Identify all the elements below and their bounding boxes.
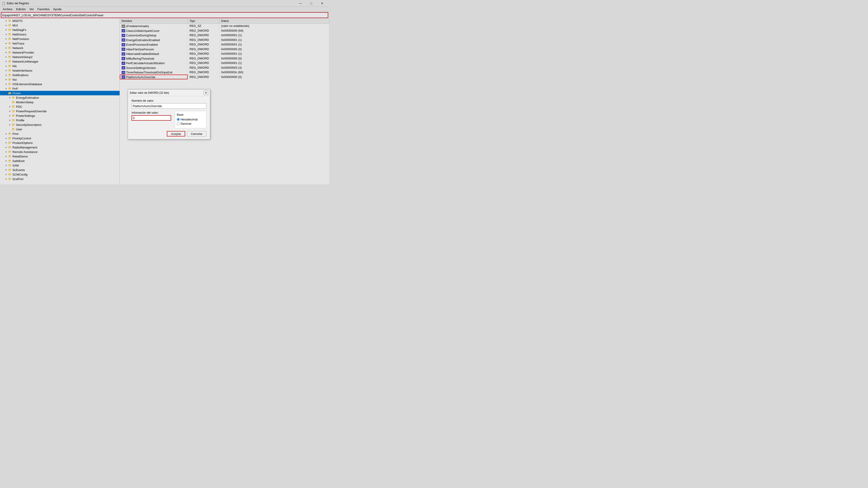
tree-item-power[interactable]: ▼ 📂 Power (0, 91, 120, 95)
ab-icon: ab (122, 25, 125, 28)
tree-item-nls[interactable]: ► 📁 Nls (0, 64, 120, 68)
table-row[interactable]: ab EventProcessorEnabledREG_DWORD0x00000… (120, 42, 329, 47)
tree-label: SAM (12, 164, 19, 167)
table-row[interactable]: ab HiberFileSizePercentREG_DWORD0x000000… (120, 47, 329, 52)
window-title: Editor del Registro (7, 2, 295, 5)
tree-item-pnp[interactable]: ► 📁 PnP (0, 86, 120, 91)
expand-icon: ► (4, 132, 8, 135)
tree-item-scevents[interactable]: ► 📁 ScEvents (0, 168, 120, 172)
folder-icon: 📂 (8, 92, 12, 95)
expand-icon: ► (8, 114, 12, 118)
tree-item-profile[interactable]: ► 📁 Profile (0, 118, 120, 123)
tree-item-osextdb[interactable]: ► 📁 OSExtensionDatabase (0, 82, 120, 86)
table-row[interactable]: ab PlatformAoAcOverrideREG_DWORD0x000000… (120, 74, 329, 79)
table-row[interactable]: ab EnergyEstimationEnabledREG_DWORD0x000… (120, 37, 329, 42)
radio-dec-input[interactable] (177, 122, 180, 125)
tree-label: EnergyEstimation (16, 96, 39, 99)
folder-icon: 📁 (12, 109, 16, 113)
tree-item-nsi[interactable]: ► 📁 Nsi (0, 77, 120, 82)
tree-label: NetProvision (12, 37, 29, 41)
tree-item-scsiport[interactable]: ► 📁 ScsiPort (0, 177, 120, 181)
reg-name: HibernateEnabledDefault (126, 52, 159, 56)
tree-item-network[interactable]: ► 📁 Network (0, 46, 120, 50)
close-button[interactable]: ✕ (317, 0, 327, 7)
menu-edicion[interactable]: Edición (14, 7, 28, 11)
tree-item-sam[interactable]: ► 📁 SAM (0, 163, 120, 168)
tree-item-networkuxmanager[interactable]: ► 📁 NetworkUxManager (0, 59, 120, 64)
minimize-button[interactable]: — (295, 0, 306, 7)
cancel-button[interactable]: Cancelar (187, 131, 206, 136)
value-data-input[interactable] (131, 115, 171, 121)
expand-icon: ► (4, 24, 8, 27)
tree-item-networkprovider[interactable]: ► 📁 NetworkProvider (0, 50, 120, 55)
reg-name: Class1InitialUnparkCount (126, 29, 159, 33)
value-name-input[interactable] (131, 103, 206, 109)
dword-icon: ab (122, 71, 125, 74)
tree-label: PriorityControl (12, 137, 31, 140)
reg-icon-container: ab EnergyEstimationEnabled (122, 38, 160, 42)
menu-archivo[interactable]: Archivo (1, 7, 14, 11)
tree-item-netdrivers[interactable]: ► 📁 NetDrivers (0, 32, 120, 37)
tree-label: ModernSleep (16, 101, 33, 104)
expand-icon: ► (4, 155, 8, 158)
tree-panel[interactable]: ► 📁 MSDTC ► 📁 MUI ► 📁 NetDiagFx ► 📁 NetD… (0, 19, 120, 184)
tree-label: PDC (16, 105, 22, 108)
menu-ver[interactable]: Ver (28, 7, 36, 11)
table-row[interactable]: ab SourceSettingsVersionREG_DWORD0x00000… (120, 65, 329, 70)
tree-item-modernsleep[interactable]: 📁 ModernSleep (0, 100, 120, 104)
reg-name-cell: ab CustomizeDuringSetup (120, 33, 188, 38)
tree-item-powerrequestoverride[interactable]: ► 📁 PowerRequestOverride (0, 109, 120, 113)
table-row[interactable]: ab HibernateEnabledDefaultREG_DWORD0x000… (120, 52, 329, 56)
folder-icon: 📁 (8, 46, 12, 50)
value-name-label: Nombre de valor: (131, 99, 206, 102)
tree-item-netdiagfx[interactable]: ► 📁 NetDiagFx (0, 28, 120, 32)
folder-icon: 📁 (8, 51, 12, 54)
table-row[interactable]: ab TimerRebaseThresholdOnDripsExitREG_DW… (120, 70, 329, 75)
radio-hex-input[interactable] (177, 118, 180, 121)
tree-item-radiomanagement[interactable]: ► 📁 RadioManagement (0, 145, 120, 150)
radio-decimal[interactable]: Decimal (177, 122, 204, 125)
reg-name-cell: ab EventProcessorEnabled (120, 42, 188, 47)
tree-item-remoteassistance[interactable]: ► 📁 Remote Assistance (0, 150, 120, 154)
tree-item-powersettings[interactable]: ► 📁 PowerSettings (0, 113, 120, 118)
menu-ayuda[interactable]: Ayuda (51, 7, 63, 11)
tree-item-energyestimation[interactable]: ► 📁 EnergyEstimation (0, 95, 120, 100)
reg-icon-container: ab MfBufferingThreshold (122, 57, 154, 60)
tree-item-productoptions[interactable]: ► 📁 ProductOptions (0, 140, 120, 145)
tree-item-notifications[interactable]: ► 📁 Notifications (0, 73, 120, 77)
tree-item-nettrace[interactable]: ► 📁 NetTrace (0, 41, 120, 46)
address-bar[interactable]: Equipo\HKEY_LOCAL_MACHINE\SYSTEM\Current… (1, 12, 328, 18)
expand-icon: ► (4, 82, 8, 86)
tree-item-netprovision[interactable]: ► 📁 NetProvision (0, 37, 120, 41)
ok-button[interactable]: Aceptar (167, 131, 185, 136)
tree-item-securitydescriptors[interactable]: ► 📁 SecurityDescriptors (0, 123, 120, 127)
tree-item-scmconfig[interactable]: ► 📁 SCMConfig (0, 172, 120, 177)
tree-item-pdc[interactable]: ► 📁 PDC (0, 104, 120, 109)
tree-label: Notifications (12, 73, 29, 77)
tree-label: NetTrace (12, 42, 24, 45)
table-row[interactable]: ab MfBufferingThresholdREG_DWORD0x000000… (120, 56, 329, 61)
tree-item-print[interactable]: ► 📁 Print (0, 131, 120, 136)
tree-item-nodeinterfaces[interactable]: ► 📁 NodeInterfaces (0, 68, 120, 73)
table-row[interactable]: ab CustomizeDuringSetupREG_DWORD0x000000… (120, 33, 329, 38)
expand-icon: ► (4, 64, 8, 68)
menu-favoritos[interactable]: Favoritos (36, 7, 51, 11)
tree-item-retaildemo[interactable]: ► 📁 RetailDemo (0, 154, 120, 159)
table-row[interactable]: ab Class1InitialUnparkCountREG_DWORD0x00… (120, 28, 329, 33)
tree-label: PowerSettings (16, 114, 35, 118)
dialog-close-button[interactable]: ✕ (204, 91, 208, 95)
tree-item-mui[interactable]: ► 📁 MUI (0, 23, 120, 28)
tree-item-prioritycontrol[interactable]: ► 📁 PriorityControl (0, 136, 120, 140)
tree-item-msdtc[interactable]: ► 📁 MSDTC (0, 19, 120, 23)
radio-hexadecimal[interactable]: Hexadecimal (177, 118, 204, 121)
tree-item-networksetup2[interactable]: ► 📁 NetworkSetup2 (0, 55, 120, 59)
table-row[interactable]: ab (Predeterminado)REG_SZ(valor no estab… (120, 24, 329, 28)
tree-item-safeboot[interactable]: ► 📁 SafeBoot (0, 159, 120, 163)
table-row[interactable]: ab PerfCalculateActualUtilizationREG_DWO… (120, 61, 329, 66)
expand-icon: ► (4, 150, 8, 154)
tree-item-user[interactable]: 📁 User (0, 127, 120, 131)
reg-icon-container: ab (Predeterminado) (122, 24, 149, 28)
reg-name-cell: ab SourceSettingsVersion (120, 65, 188, 70)
maximize-button[interactable]: □ (306, 0, 316, 7)
reg-icon-container: ab HibernateEnabledDefault (122, 52, 159, 56)
